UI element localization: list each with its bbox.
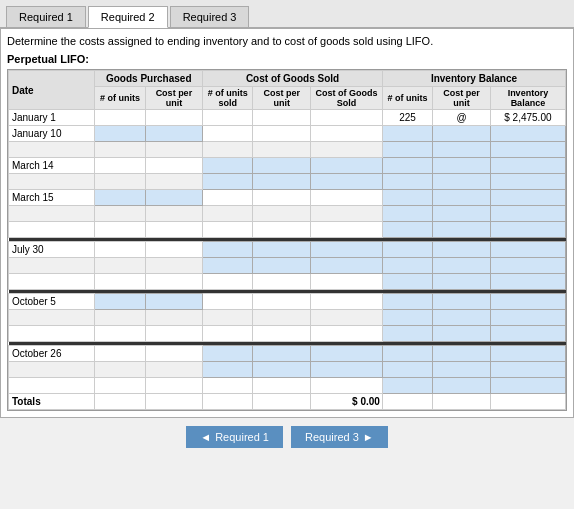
input2-inv-bal-mar15[interactable]: [490, 206, 565, 222]
section-label: Perpetual LIFO:: [7, 53, 567, 65]
tab-required1[interactable]: Required 1: [6, 6, 86, 27]
input2-inv-units-jul30[interactable]: [382, 258, 432, 274]
input2-inv-units-mar15[interactable]: [382, 206, 432, 222]
input-cogs-cost-oct26[interactable]: [253, 346, 311, 362]
input3-inv-bal-jul30[interactable]: [490, 274, 565, 290]
input2-cogs-cost-oct26[interactable]: [253, 362, 311, 378]
input2-cogs-total-jul30[interactable]: [311, 258, 383, 274]
empty: [311, 274, 383, 290]
empty: [203, 142, 253, 158]
input-inv-cost-oct5[interactable]: [433, 294, 491, 310]
input2-inv-bal-oct26[interactable]: [490, 362, 565, 378]
input-inv-units-mar14[interactable]: [382, 158, 432, 174]
input2-inv-units-oct5[interactable]: [382, 310, 432, 326]
input-inv-bal-oct26[interactable]: [490, 346, 565, 362]
input2-cogs-total-mar14[interactable]: [311, 174, 383, 190]
table-row-oct5-sub1: [9, 310, 566, 326]
empty-date: [9, 174, 95, 190]
empty: [311, 378, 383, 394]
input3-inv-units-oct26[interactable]: [382, 378, 432, 394]
input-cogs-total-jul30[interactable]: [311, 242, 383, 258]
input-inv-cost-oct26[interactable]: [433, 346, 491, 362]
next-arrow-icon: ►: [363, 431, 374, 443]
input-cogs-units-oct26[interactable]: [203, 346, 253, 362]
input2-cogs-cost-mar14[interactable]: [253, 174, 311, 190]
input2-inv-units-oct26[interactable]: [382, 362, 432, 378]
empty: [95, 346, 145, 362]
input3-inv-units-oct5[interactable]: [382, 326, 432, 342]
input-gp-units-oct5[interactable]: [95, 294, 145, 310]
input-cogs-cost-mar14[interactable]: [253, 158, 311, 174]
input3-inv-cost-oct26[interactable]: [433, 378, 491, 394]
input3-inv-bal-oct26[interactable]: [490, 378, 565, 394]
input2-inv-cost-oct5[interactable]: [433, 310, 491, 326]
input-inv-bal-jul30[interactable]: [490, 242, 565, 258]
tab-bar: Required 1 Required 2 Required 3: [0, 0, 574, 28]
input3-inv-units-jul30[interactable]: [382, 274, 432, 290]
input3-inv-cost-mar15[interactable]: [433, 222, 491, 238]
input-inv-units-oct5[interactable]: [382, 294, 432, 310]
empty: [95, 174, 145, 190]
gp-units-jan1: [95, 110, 145, 126]
tab-required3[interactable]: Required 3: [170, 6, 250, 27]
input2-inv-bal-jan10[interactable]: [490, 142, 565, 158]
input-gp-cost-jan10[interactable]: [145, 126, 203, 142]
empty: [145, 378, 203, 394]
next-button-label: Required 3: [305, 431, 359, 443]
input3-inv-units-mar15[interactable]: [382, 222, 432, 238]
input-cogs-total-mar14[interactable]: [311, 158, 383, 174]
input3-inv-cost-oct5[interactable]: [433, 326, 491, 342]
input3-inv-bal-oct5[interactable]: [490, 326, 565, 342]
empty: [203, 394, 253, 410]
empty: [253, 294, 311, 310]
col-header-date: Date: [9, 71, 95, 110]
table-row-jan10-sub1: [9, 142, 566, 158]
input2-inv-units-mar14[interactable]: [382, 174, 432, 190]
tab-required2[interactable]: Required 2: [88, 6, 168, 28]
input-inv-cost-mar15[interactable]: [433, 190, 491, 206]
input-inv-units-jan10[interactable]: [382, 126, 432, 142]
input2-inv-cost-mar14[interactable]: [433, 174, 491, 190]
input2-inv-cost-jul30[interactable]: [433, 258, 491, 274]
input2-cogs-units-oct26[interactable]: [203, 362, 253, 378]
input2-inv-bal-oct5[interactable]: [490, 310, 565, 326]
input2-cogs-cost-jul30[interactable]: [253, 258, 311, 274]
input-inv-cost-mar14[interactable]: [433, 158, 491, 174]
input-inv-bal-mar15[interactable]: [490, 190, 565, 206]
input-cogs-units-mar14[interactable]: [203, 158, 253, 174]
table-row-oct26-sub2: [9, 378, 566, 394]
input2-inv-bal-jul30[interactable]: [490, 258, 565, 274]
input-gp-units-mar15[interactable]: [95, 190, 145, 206]
empty: [145, 258, 203, 274]
input-inv-bal-mar14[interactable]: [490, 158, 565, 174]
input-inv-units-mar15[interactable]: [382, 190, 432, 206]
input-gp-cost-oct5[interactable]: [145, 294, 203, 310]
input2-cogs-units-mar14[interactable]: [203, 174, 253, 190]
input-inv-bal-jan10[interactable]: [490, 126, 565, 142]
input-cogs-total-oct26[interactable]: [311, 346, 383, 362]
input-inv-bal-oct5[interactable]: [490, 294, 565, 310]
input-gp-cost-mar15[interactable]: [145, 190, 203, 206]
input2-inv-bal-mar14[interactable]: [490, 174, 565, 190]
table-row-oct5-sub2: [9, 326, 566, 342]
input2-inv-cost-jan10[interactable]: [433, 142, 491, 158]
input-cogs-units-jul30[interactable]: [203, 242, 253, 258]
input3-inv-cost-jul30[interactable]: [433, 274, 491, 290]
input3-inv-bal-mar15[interactable]: [490, 222, 565, 238]
inv-cost-jan1: $ 2,475.00: [490, 110, 565, 126]
input2-inv-units-jan10[interactable]: [382, 142, 432, 158]
input-inv-units-jul30[interactable]: [382, 242, 432, 258]
empty: [95, 310, 145, 326]
input-cogs-cost-jul30[interactable]: [253, 242, 311, 258]
input2-inv-cost-oct26[interactable]: [433, 362, 491, 378]
input2-inv-cost-mar15[interactable]: [433, 206, 491, 222]
next-button[interactable]: Required 3 ►: [291, 426, 388, 448]
input2-cogs-total-oct26[interactable]: [311, 362, 383, 378]
input-gp-units-jan10[interactable]: [95, 126, 145, 142]
input-inv-cost-jul30[interactable]: [433, 242, 491, 258]
input-inv-units-oct26[interactable]: [382, 346, 432, 362]
empty: [203, 206, 253, 222]
input2-cogs-units-jul30[interactable]: [203, 258, 253, 274]
prev-button[interactable]: ◄ Required 1: [186, 426, 283, 448]
input-inv-cost-jan10[interactable]: [433, 126, 491, 142]
